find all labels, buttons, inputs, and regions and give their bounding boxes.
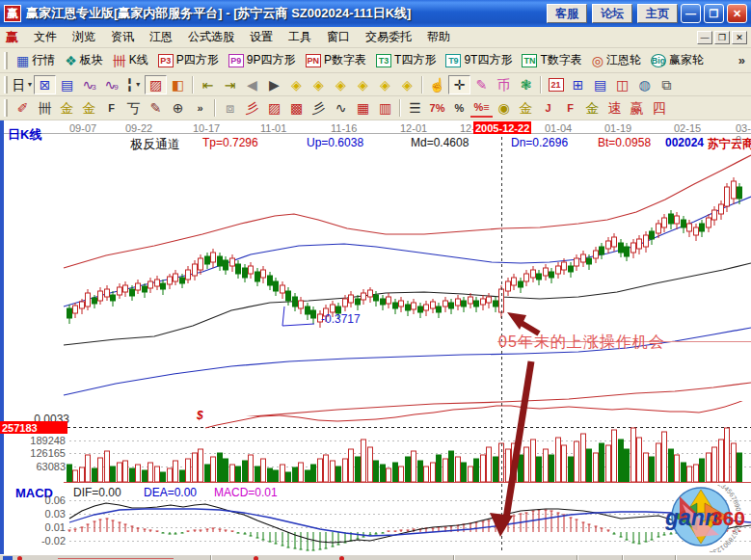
calendar-button[interactable]: 21 xyxy=(545,75,567,94)
menu-item[interactable]: 文件 xyxy=(26,27,65,47)
t-square-button[interactable]: T3T四方形 xyxy=(371,51,441,69)
winner-wheel-button[interactable]: Big赢家轮 xyxy=(646,51,709,69)
gold-circle-button[interactable]: ◉ xyxy=(493,98,515,118)
highlight-date: 2005-12-22 xyxy=(473,121,531,134)
win-line-button[interactable]: 赢 xyxy=(626,98,648,118)
percent-button[interactable]: % xyxy=(448,98,470,118)
child-close-button[interactable]: ✕ xyxy=(732,31,747,44)
four-line-button[interactable]: 四 xyxy=(648,98,670,118)
hand-tool-button[interactable]: ☝ xyxy=(426,75,448,94)
menu-item[interactable]: 资讯 xyxy=(103,27,142,47)
fan-box-solid-button[interactable]: ▩ xyxy=(285,98,308,118)
color-chart-button[interactable]: ◧ xyxy=(167,75,189,94)
menu-item[interactable]: 公式选股 xyxy=(180,27,242,47)
child-restore-button[interactable]: ❐ xyxy=(714,31,730,44)
select-box-button[interactable]: ⧈ xyxy=(219,98,241,118)
quick-button-2[interactable]: 论坛 xyxy=(592,4,632,23)
p9-square-button[interactable]: P99P四方形 xyxy=(224,51,301,69)
candle-style-button[interactable]: ╏▼ xyxy=(122,75,145,94)
draw-pen-button[interactable]: ✐ xyxy=(12,98,34,118)
quick-button-1[interactable]: 客服 xyxy=(547,4,587,23)
fan-lines-button[interactable]: 彡 xyxy=(241,98,263,118)
dropdown-caret-icon: ▼ xyxy=(135,81,142,88)
marker-tool-button[interactable]: ✎ xyxy=(470,75,493,94)
ray-lines-button[interactable]: 彡 xyxy=(308,98,330,118)
gann-wheel-button[interactable]: ◎江恩轮 xyxy=(587,51,646,69)
hash-circle-button[interactable]: ⊕ xyxy=(167,98,189,118)
menu-item[interactable]: 窗口 xyxy=(319,27,358,47)
print-button[interactable]: ⧉ xyxy=(656,75,678,94)
zoom-diamond-3-button[interactable]: ◈ xyxy=(330,75,352,94)
minimize-button[interactable]: — xyxy=(681,4,701,23)
crosshair-tool-button[interactable]: ✛ xyxy=(448,75,470,94)
macd-axis-label: -0.02 xyxy=(19,535,66,547)
zoom-diamond-6-button[interactable]: ◈ xyxy=(396,75,418,94)
t-table-button[interactable]: TNT数字表 xyxy=(517,51,586,69)
toolbar-separator xyxy=(421,76,423,93)
fan-box-button[interactable]: ▨ xyxy=(263,98,285,118)
hash-f-button[interactable]: F xyxy=(100,98,122,118)
close-button[interactable]: ✕ xyxy=(727,4,747,23)
hash-lines-button[interactable]: 卌 xyxy=(34,98,56,118)
percent-7-button[interactable]: 7% xyxy=(426,98,448,118)
cycle-tool-button[interactable]: ❃ xyxy=(515,75,537,94)
hash-5-button[interactable]: 丂 xyxy=(122,98,145,118)
zigzag-button[interactable]: ∿ xyxy=(330,98,352,118)
quick-button-3[interactable]: 主页 xyxy=(637,4,678,23)
go-prev-button[interactable]: ◀ xyxy=(241,75,263,94)
menu-item[interactable]: 设置 xyxy=(242,27,281,47)
hash-pen-button[interactable]: ✎ xyxy=(145,98,167,118)
gann-wheel-button-icon: ◎ xyxy=(592,54,603,67)
calculator-button[interactable]: ⊞ xyxy=(567,75,589,94)
hash-circle-button-icon: ⊕ xyxy=(173,101,184,115)
kline-button[interactable]: 卌K线 xyxy=(108,51,153,69)
ruler-button[interactable]: ☰ xyxy=(404,98,426,118)
angle-gold-button[interactable]: 金 xyxy=(581,98,603,118)
menu-item[interactable]: 帮助 xyxy=(419,27,458,47)
gold-lines-button[interactable]: 金 xyxy=(515,98,537,118)
menu-item[interactable]: 江恩 xyxy=(142,27,180,47)
toolbar-overflow-chevron[interactable]: » xyxy=(735,53,749,67)
toolbar-grip xyxy=(4,76,8,93)
gann-gold-2-button[interactable]: 金 xyxy=(78,98,100,118)
p-table-button[interactable]: PNP数字表 xyxy=(301,51,372,69)
t9-square-button[interactable]: T99T四方形 xyxy=(441,51,517,69)
info-list-button[interactable]: ▤ xyxy=(56,75,78,94)
quotes-button[interactable]: ▦行情 xyxy=(12,51,60,69)
wave-3-button[interactable]: ∿3 xyxy=(78,75,100,94)
export-button[interactable]: ◍ xyxy=(633,75,656,94)
sectors-button[interactable]: ❖板块 xyxy=(60,51,108,69)
p-square-button[interactable]: P3P四方形 xyxy=(153,51,224,69)
speed-line-button[interactable]: 速 xyxy=(603,98,626,118)
save-button[interactable]: ◫ xyxy=(611,75,633,94)
zoom-diamond-5-button[interactable]: ◈ xyxy=(374,75,396,94)
go-first-button[interactable]: ⇤ xyxy=(197,75,219,94)
menu-item[interactable]: 浏览 xyxy=(65,27,103,47)
angle-f-button[interactable]: F xyxy=(559,98,581,118)
gann-gold-1-button[interactable]: 金 xyxy=(56,98,78,118)
wave-9-button[interactable]: ∿9 xyxy=(100,75,122,94)
menu-item[interactable]: 交易委托 xyxy=(358,27,419,47)
angle-j-button[interactable]: J xyxy=(537,98,559,118)
red-hatch-button-icon: ▨ xyxy=(149,78,162,92)
go-next-button[interactable]: ▶ xyxy=(263,75,285,94)
grid-red-2-button[interactable]: ▥ xyxy=(374,98,396,118)
coin-tool-button[interactable]: 币 xyxy=(493,75,515,94)
menu-item[interactable]: 工具 xyxy=(281,27,319,47)
draw-more-button[interactable]: » xyxy=(189,98,211,118)
percent-lines-button[interactable]: %≡ xyxy=(470,98,493,118)
zoom-diamond-2-button[interactable]: ◈ xyxy=(308,75,330,94)
notes-button[interactable]: ▤ xyxy=(589,75,611,94)
red-hatch-button[interactable]: ▨ xyxy=(145,75,167,94)
indicator-tp: Tp=0.7296 xyxy=(202,136,258,149)
day-period-button[interactable]: 日▼ xyxy=(12,75,34,94)
quotes-button-label: 行情 xyxy=(32,52,55,68)
go-last-button[interactable]: ⇥ xyxy=(219,75,241,94)
maximize-button[interactable]: ❐ xyxy=(704,4,724,23)
child-minimize-button[interactable]: — xyxy=(697,31,712,44)
compress-view-button[interactable]: ⊠ xyxy=(34,75,56,94)
menu-app-icon: 赢 xyxy=(6,29,18,46)
zoom-diamond-1-button[interactable]: ◈ xyxy=(285,75,308,94)
grid-red-button[interactable]: ▦ xyxy=(352,98,374,118)
zoom-diamond-4-button[interactable]: ◈ xyxy=(352,75,374,94)
